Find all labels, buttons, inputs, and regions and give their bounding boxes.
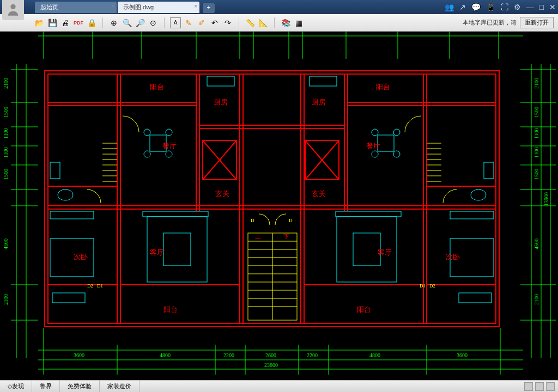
close-icon[interactable]: × — [111, 3, 114, 9]
svg-text:1100: 1100 — [533, 128, 539, 139]
lock-icon[interactable]: 🔒 — [86, 17, 97, 28]
close-window-icon[interactable]: ✕ — [549, 3, 556, 11]
svg-rect-109 — [50, 162, 60, 179]
svg-text:4500: 4500 — [3, 238, 9, 249]
svg-text:1500: 1500 — [533, 169, 539, 180]
drawing-canvas[interactable]: 阳台 阳台 厨房 厨房 餐厅 餐厅 玄关 玄关 客厅 客厅 次卧 次卧 阳台 阳… — [0, 32, 558, 380]
svg-rect-49 — [48, 74, 496, 323]
svg-text:D2: D2 — [87, 283, 93, 289]
svg-text:D1: D1 — [420, 283, 426, 289]
fullscreen-icon[interactable]: ⛶ — [501, 3, 508, 11]
svg-rect-135 — [143, 211, 208, 217]
print-icon[interactable]: 🖨 — [60, 17, 71, 28]
svg-text:4500: 4500 — [533, 238, 539, 249]
svg-rect-133 — [50, 211, 94, 219]
svg-rect-136 — [336, 211, 401, 217]
svg-text:下: 下 — [283, 233, 289, 240]
svg-text:D2: D2 — [429, 283, 435, 289]
maximize-icon[interactable]: □ — [539, 3, 544, 11]
svg-text:23800: 23800 — [264, 362, 278, 368]
svg-text:1100: 1100 — [533, 147, 539, 158]
zoom-window-icon[interactable]: ⊕ — [108, 17, 119, 28]
dimension-icon[interactable]: 📐 — [258, 17, 269, 28]
svg-text:餐厅: 餐厅 — [162, 142, 177, 150]
font-update-msg: 本地字库已更新，请 — [463, 19, 517, 27]
measure-icon[interactable]: 📏 — [245, 17, 256, 28]
pencil-icon[interactable]: ✎ — [183, 17, 194, 28]
status-decor[interactable]: 家装造价 — [100, 381, 140, 392]
user-avatar[interactable] — [2, 0, 24, 20]
svg-text:2100: 2100 — [3, 294, 9, 305]
svg-text:3600: 3600 — [74, 352, 84, 358]
mobile-icon[interactable]: 📱 — [486, 3, 495, 11]
close-icon[interactable]: × — [194, 3, 197, 9]
svg-text:2100: 2100 — [533, 294, 539, 305]
svg-point-125 — [372, 151, 378, 157]
svg-rect-129 — [163, 233, 191, 266]
export-icon[interactable]: ↗ — [459, 3, 466, 11]
svg-rect-110 — [484, 162, 494, 179]
status-trial[interactable]: 免费体验 — [60, 381, 100, 392]
share-icon[interactable]: 👥 — [445, 3, 454, 11]
svg-point-122 — [166, 151, 172, 157]
svg-rect-130 — [353, 233, 380, 266]
svg-text:阳台: 阳台 — [163, 305, 178, 314]
highlight-icon[interactable]: ✐ — [196, 17, 207, 28]
svg-point-112 — [471, 189, 486, 200]
svg-text:3600: 3600 — [457, 352, 468, 358]
svg-text:1100: 1100 — [3, 128, 9, 139]
svg-rect-115 — [52, 293, 85, 303]
view-mode-1-icon[interactable] — [524, 382, 533, 391]
undo-icon[interactable]: ↶ — [209, 17, 220, 28]
svg-point-124 — [393, 129, 400, 136]
properties-icon[interactable]: ▦ — [293, 17, 304, 28]
redo-icon[interactable]: ↷ — [222, 17, 233, 28]
save-icon[interactable]: 💾 — [47, 17, 58, 28]
settings-icon[interactable]: ⚙ — [514, 3, 521, 11]
svg-text:1100: 1100 — [3, 147, 9, 158]
layers-icon[interactable]: 📚 — [280, 17, 291, 28]
open-icon[interactable]: 📂 — [34, 17, 45, 28]
svg-text:次卧: 次卧 — [74, 253, 88, 261]
wechat-icon[interactable]: 💬 — [471, 3, 481, 11]
svg-point-119 — [144, 129, 150, 136]
svg-text:1500: 1500 — [3, 107, 9, 118]
svg-text:客厅: 客厅 — [378, 248, 392, 256]
svg-text:阳台: 阳台 — [357, 305, 371, 314]
svg-text:D1: D1 — [97, 283, 103, 289]
svg-text:厨房: 厨房 — [312, 98, 326, 106]
svg-text:玄关: 玄关 — [312, 189, 326, 198]
svg-rect-134 — [450, 211, 494, 219]
svg-text:1500: 1500 — [533, 107, 539, 118]
minimize-icon[interactable]: — — [526, 3, 534, 11]
pdf-icon[interactable]: PDF — [73, 17, 84, 28]
svg-rect-113 — [207, 76, 234, 86]
svg-point-123 — [372, 129, 378, 136]
text-icon[interactable]: A — [170, 17, 181, 28]
svg-text:2100: 2100 — [533, 78, 539, 89]
svg-text:阳台: 阳台 — [150, 83, 164, 91]
zoom-fit-icon[interactable]: ⊙ — [148, 17, 159, 28]
reopen-button[interactable]: 重新打开 — [520, 17, 554, 28]
svg-text:1500: 1500 — [3, 169, 9, 180]
svg-text:厨房: 厨房 — [214, 98, 228, 106]
zoom-in-icon[interactable]: 🔍 — [122, 17, 132, 28]
status-forum[interactable]: 鲁界 — [32, 381, 60, 392]
svg-point-126 — [393, 151, 400, 157]
status-discover[interactable]: ◇ 发现 — [0, 381, 32, 392]
view-mode-2-icon[interactable] — [535, 382, 544, 391]
svg-rect-116 — [459, 293, 492, 303]
tab-start-label: 起始页 — [40, 4, 58, 10]
svg-point-111 — [58, 189, 73, 200]
tab-start[interactable]: 起始页× — [35, 2, 117, 13]
svg-text:上: 上 — [255, 233, 261, 240]
view-mode-3-icon[interactable] — [546, 382, 555, 391]
tab-file[interactable]: 示例图.dwg× — [118, 2, 199, 13]
svg-point-121 — [144, 151, 150, 157]
zoom-out-icon[interactable]: 🔎 — [135, 17, 145, 28]
svg-text:4800: 4800 — [160, 352, 171, 358]
svg-text:D: D — [289, 218, 293, 223]
svg-text:2200: 2200 — [223, 352, 234, 358]
tab-add-button[interactable]: + — [203, 3, 215, 13]
svg-text:4800: 4800 — [369, 352, 380, 358]
